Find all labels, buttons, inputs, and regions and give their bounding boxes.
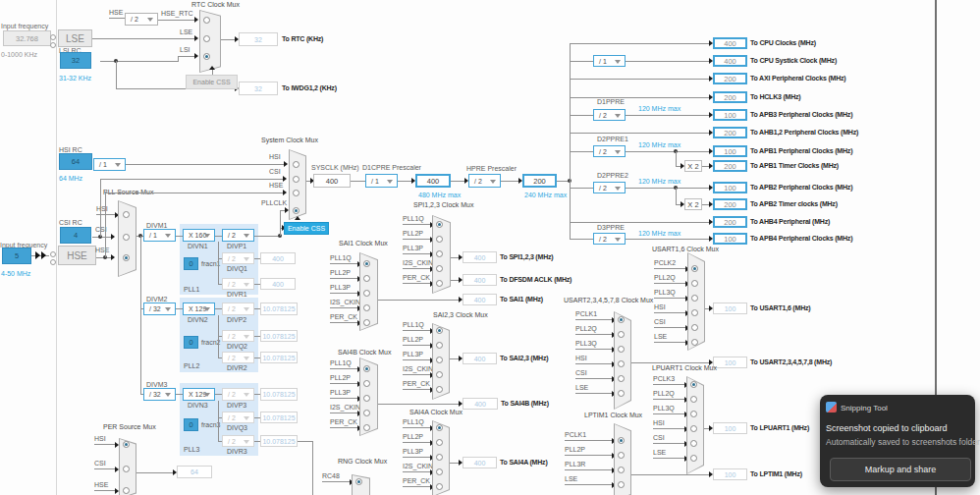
hsi-divider-dropdown[interactable]: / 1 — [93, 158, 126, 171]
usart16-radio[interactable] — [691, 265, 698, 272]
rtc-mux-radio-lsi[interactable] — [203, 53, 210, 60]
output-value-box[interactable]: 200 — [713, 160, 747, 172]
divn3-dropdown[interactable]: X 129 — [183, 388, 215, 401]
output-value-box[interactable]: 400 — [713, 55, 747, 67]
usart2-radio[interactable] — [618, 390, 625, 397]
spi-radio[interactable] — [436, 236, 443, 243]
sai4a-radio[interactable] — [436, 483, 443, 490]
rtc-hse-prescaler-dropdown[interactable]: / 2 — [125, 13, 158, 26]
lsi-value-box[interactable]: 32 — [60, 52, 91, 69]
usart2-radio[interactable] — [618, 375, 625, 382]
sai23-radio[interactable] — [436, 371, 443, 378]
output-value-box[interactable]: 200 — [713, 198, 747, 210]
lpuart1-radio[interactable] — [690, 425, 697, 432]
fracn2-box[interactable]: 0 — [184, 336, 198, 349]
systick-prescaler-dropdown[interactable]: / 1 — [593, 55, 626, 67]
per-src-radio-hse[interactable] — [123, 487, 130, 494]
d1ppre-dropdown[interactable]: / 2 — [593, 109, 626, 121]
lpuart1-radio[interactable] — [690, 381, 697, 388]
hse-source-box[interactable]: HSE — [58, 246, 96, 265]
d1cpre-dropdown[interactable]: / 1 — [365, 174, 398, 188]
usart16-radio[interactable] — [691, 339, 698, 346]
sysclk-box[interactable]: 400 — [313, 174, 351, 188]
sai1-radio[interactable] — [363, 319, 370, 326]
pll-src-radio-csi[interactable] — [123, 234, 130, 241]
divm2-dropdown[interactable]: / 32 — [143, 302, 176, 315]
d3ppre-dropdown[interactable]: / 2 — [593, 233, 626, 245]
lpuart1-radio[interactable] — [690, 455, 697, 462]
rtc-mux-radio-lse[interactable] — [203, 35, 210, 42]
usart2-radio[interactable] — [618, 346, 625, 353]
usart16-radio[interactable] — [691, 309, 698, 316]
sai23-radio[interactable] — [436, 386, 443, 393]
divp1-dropdown[interactable]: / 2 — [222, 229, 254, 242]
divm1-dropdown[interactable]: / 1 — [143, 229, 176, 242]
sai4a-radio[interactable] — [436, 424, 443, 431]
sys-radio-pllclk[interactable] — [293, 207, 299, 214]
usart16-radio[interactable] — [691, 295, 698, 302]
fracn1-box[interactable]: 0 — [184, 257, 198, 270]
usart2-radio[interactable] — [618, 360, 625, 367]
output-value-box[interactable]: 100 — [713, 182, 747, 193]
sai4b-radio[interactable] — [363, 380, 370, 387]
output-value-box[interactable]: 100 — [713, 145, 747, 157]
per-src-radio-csi[interactable] — [123, 466, 130, 472]
sys-radio-hse[interactable] — [293, 190, 299, 196]
output-value-box[interactable]: 400 — [713, 37, 747, 49]
hsi-value-box[interactable]: 64 — [59, 153, 92, 170]
lpuart1-radio[interactable] — [690, 440, 697, 447]
output-value-box[interactable]: 200 — [713, 127, 747, 138]
spi-radio[interactable] — [436, 221, 443, 228]
sys-enable-css-button[interactable]: Enable CSS — [284, 222, 329, 235]
lptim1-radio[interactable] — [618, 467, 625, 473]
sai4b-radio[interactable] — [363, 365, 370, 372]
sai23-radio[interactable] — [436, 327, 443, 334]
spi-radio[interactable] — [436, 265, 443, 272]
hpre-out-box[interactable]: 200 — [522, 174, 557, 188]
sai4b-radio[interactable] — [363, 395, 370, 402]
sai1-radio[interactable] — [363, 260, 370, 267]
rtc-enable-css-button[interactable]: Enable CSS — [186, 75, 238, 89]
divn1-dropdown[interactable]: X 160 — [183, 229, 215, 242]
sai1-radio[interactable] — [363, 290, 370, 297]
per-src-radio-hsi[interactable] — [123, 441, 130, 448]
divn2-dropdown[interactable]: X 129 — [183, 302, 215, 315]
sai1-radio[interactable] — [363, 304, 370, 311]
usart16-radio[interactable] — [691, 280, 698, 287]
lptim1-radio[interactable] — [618, 452, 625, 459]
csi-value-box[interactable]: 4 — [60, 227, 91, 244]
spi-radio[interactable] — [436, 280, 443, 287]
rng-radio[interactable] — [355, 478, 362, 485]
sai4a-radio[interactable] — [436, 454, 443, 461]
markup-and-share-button[interactable]: Markup and share — [830, 458, 971, 481]
lptim1-radio[interactable] — [618, 437, 625, 444]
usart16-radio[interactable] — [691, 324, 698, 331]
rtc-mux-radio-hse[interactable] — [203, 17, 210, 24]
sai4b-radio[interactable] — [363, 424, 370, 431]
sai1-radio[interactable] — [363, 275, 370, 282]
sai4a-radio[interactable] — [436, 468, 443, 475]
output-value-box[interactable]: 200 — [713, 73, 747, 84]
spi-radio[interactable] — [436, 250, 443, 257]
lpuart1-radio[interactable] — [690, 396, 697, 403]
d1cpre-out-box[interactable]: 400 — [415, 174, 451, 188]
pll-src-radio-hsi[interactable] — [123, 211, 130, 218]
usart2-radio[interactable] — [618, 316, 625, 323]
sai4b-radio[interactable] — [363, 410, 370, 416]
sai4a-radio[interactable] — [436, 439, 443, 446]
lptim1-radio[interactable] — [618, 481, 625, 488]
divm3-dropdown[interactable]: / 32 — [143, 388, 176, 401]
sai23-radio[interactable] — [436, 342, 443, 349]
fracn3-box[interactable]: 0 — [184, 418, 198, 431]
output-value-box[interactable]: 200 — [713, 91, 747, 103]
hse-input-freq-box[interactable]: 5 — [2, 248, 31, 264]
lpuart1-radio[interactable] — [690, 411, 697, 417]
d2ppre1-dropdown[interactable]: / 2 — [593, 145, 626, 157]
sys-radio-csi[interactable] — [293, 176, 299, 183]
output-value-box[interactable]: 100 — [713, 233, 747, 245]
sai23-radio[interactable] — [436, 357, 443, 363]
d2ppre2-dropdown[interactable]: / 2 — [593, 182, 626, 193]
output-value-box[interactable]: 100 — [713, 109, 747, 121]
lse-source-box[interactable]: LSE — [58, 29, 92, 47]
usart2-radio[interactable] — [618, 331, 625, 338]
